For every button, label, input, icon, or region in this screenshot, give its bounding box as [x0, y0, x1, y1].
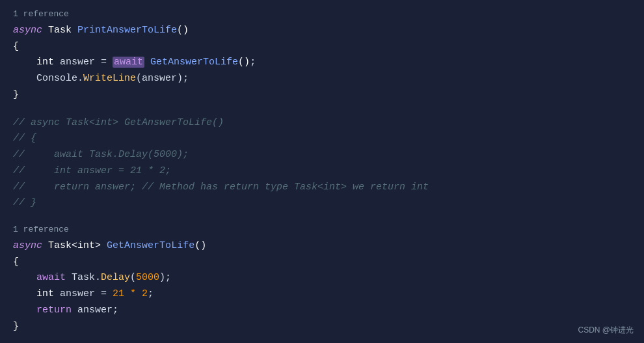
code-line-7: { — [13, 254, 631, 271]
comment-line-3: // await Task.Delay(5000); — [13, 147, 631, 163]
code-line-11: } — [13, 319, 631, 335]
comment-line-4: // int answer = 21 * 2; — [13, 163, 631, 180]
comment-line-5: // return answer; // Method has return t… — [13, 180, 631, 196]
code-line-9: int answer = 21 * 2; — [13, 286, 631, 303]
code-line-6: async Task<int> GetAnswerToLife() — [13, 238, 631, 254]
comment-line-6: // } — [13, 195, 631, 212]
code-line-2: { — [13, 39, 631, 55]
code-block-2: async Task<int> GetAnswerToLife() { awai… — [13, 238, 631, 335]
code-line-8: await Task.Delay(5000); — [13, 270, 631, 286]
code-line-10: return answer; — [13, 303, 631, 319]
comment-line-2: // { — [13, 131, 631, 147]
watermark: CSDN @钟进光 — [578, 324, 634, 336]
comment-line-1: // async Task<int> GetAnswerToLife() — [13, 115, 631, 131]
code-container: 1 reference async Task PrintAnswerToLife… — [0, 0, 644, 343]
reference-label-1: 1 reference — [13, 8, 631, 21]
code-block-1: async Task PrintAnswerToLife() { int ans… — [13, 23, 631, 103]
code-line-5: } — [13, 87, 631, 103]
code-line-1: async Task PrintAnswerToLife() — [13, 23, 631, 39]
spacer-2 — [13, 214, 631, 223]
spacer-1 — [13, 106, 631, 115]
code-line-3: int answer = await GetAnswerToLife(); — [13, 55, 631, 71]
comment-block: // async Task<int> GetAnswerToLife() // … — [13, 115, 631, 212]
code-line-4: Console.WriteLine(answer); — [13, 71, 631, 87]
reference-label-2: 1 reference — [13, 223, 631, 237]
